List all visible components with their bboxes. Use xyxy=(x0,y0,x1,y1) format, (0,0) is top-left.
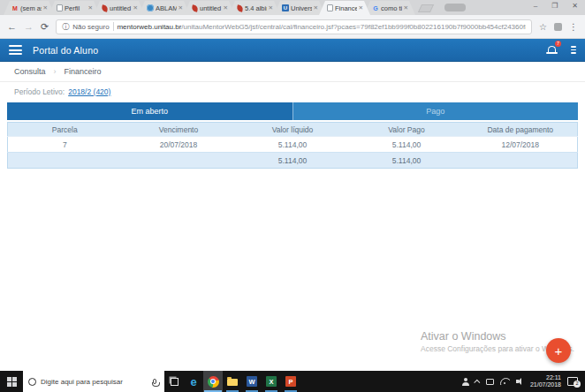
cortana-icon xyxy=(28,378,36,386)
search-placeholder: Digite aqui para pesquisar xyxy=(41,378,148,386)
chevron-right-icon: › xyxy=(54,67,57,76)
powerpoint-icon: P xyxy=(285,376,296,387)
window-controls: – ❐ ✕ xyxy=(534,0,581,12)
wifi-icon[interactable] xyxy=(500,378,510,385)
word-icon: W xyxy=(247,376,257,387)
desktop-screen: M (sem assunt ✕ Perfil ✕ untitled ✕ ABLA… xyxy=(0,0,585,392)
tab-label: (sem assunt xyxy=(20,4,42,12)
browser-tab-untitled-1[interactable]: untitled ✕ xyxy=(94,1,145,15)
browser-tab-albina[interactable]: 5.4 albina.p ✕ xyxy=(229,1,280,15)
clock-time: 22:11 xyxy=(530,374,561,382)
action-center-icon[interactable]: 2 xyxy=(567,377,578,386)
period-link[interactable]: 2018/2 (420) xyxy=(68,87,110,96)
profile-chip[interactable] xyxy=(444,4,466,11)
back-icon[interactable]: ← xyxy=(7,22,17,32)
people-icon[interactable] xyxy=(462,378,469,386)
powerpoint-button[interactable]: P xyxy=(281,371,300,392)
google-icon: G xyxy=(372,4,379,11)
microphone-icon[interactable] xyxy=(153,379,156,384)
chrome-menu-icon[interactable]: ⋮ xyxy=(569,22,578,32)
browser-tab-universidade[interactable]: U Universida ✕ xyxy=(274,1,325,15)
folder-icon xyxy=(227,379,238,386)
tab-label: untitled xyxy=(110,4,132,12)
volume-icon[interactable] xyxy=(516,378,524,385)
taskbar-search-input[interactable]: Digite aqui para pesquisar xyxy=(23,371,164,392)
forward-icon[interactable]: → xyxy=(24,22,34,32)
university-icon: U xyxy=(282,4,289,11)
word-button[interactable]: W xyxy=(242,371,262,392)
quill-icon xyxy=(236,4,244,12)
tab-label: ABLAM – A xyxy=(156,4,177,12)
quill-icon xyxy=(101,4,109,12)
browser-tab-google-search[interactable]: G como tirar ✕ xyxy=(364,1,415,15)
total-valor-pago: 5.114,00 xyxy=(350,153,464,169)
toolbar-right: ☆ ⋮ xyxy=(539,22,578,32)
page-icon xyxy=(57,4,63,11)
tab-close-icon[interactable]: ✕ xyxy=(359,5,363,11)
tab-close-icon[interactable]: ✕ xyxy=(404,5,408,11)
tab-close-icon[interactable]: ✕ xyxy=(179,5,183,11)
url-bar[interactable]: ⓘ Não seguro mentorweb.unitau.br/unitauM… xyxy=(56,19,532,34)
breadcrumb-consulta[interactable]: Consulta xyxy=(14,67,46,76)
new-tab-button[interactable] xyxy=(418,4,434,12)
tab-pago[interactable]: Pago xyxy=(292,102,579,120)
browser-tab-ablam[interactable]: ABLAM – A ✕ xyxy=(139,1,190,15)
bookmark-star-icon[interactable]: ☆ xyxy=(539,22,547,32)
url-path: /unitauMentorWebG5/jsf/central/cal/finan… xyxy=(181,23,526,31)
chevron-up-icon[interactable] xyxy=(474,379,480,385)
cell-valor-pago: 5.114,00 xyxy=(350,137,464,153)
portal-menu-icon[interactable] xyxy=(571,46,576,54)
table-header-row: Parcela Vencimento Valor líquido Valor P… xyxy=(8,123,578,137)
tab-close-icon[interactable]: ✕ xyxy=(43,5,48,11)
file-explorer-button[interactable] xyxy=(223,371,242,392)
browser-tab-gmail[interactable]: M (sem assunt ✕ xyxy=(4,1,55,15)
task-view-button[interactable] xyxy=(164,371,184,392)
tab-label: Universida xyxy=(291,4,312,12)
globe-icon xyxy=(147,4,154,11)
cell-valor-liquido: 5.114,00 xyxy=(236,137,350,153)
browser-tab-financeiro-active[interactable]: Financeiro ✕ xyxy=(319,1,370,15)
refresh-icon[interactable]: ⟳ xyxy=(41,22,49,32)
excel-icon: X xyxy=(266,376,277,387)
taskbar-clock[interactable]: 22:11 21/07/2018 xyxy=(530,374,561,389)
excel-button[interactable]: X xyxy=(262,371,281,392)
total-vencimento xyxy=(122,153,236,169)
hamburger-menu-icon[interactable] xyxy=(9,45,22,55)
task-view-icon xyxy=(171,378,179,386)
tab-label: Perfil xyxy=(65,4,87,12)
notifications-button[interactable]: 7 xyxy=(546,44,558,56)
financial-table: Parcela Vencimento Valor líquido Valor P… xyxy=(7,122,578,169)
extension-icon[interactable] xyxy=(554,23,562,31)
tab-close-icon[interactable]: ✕ xyxy=(133,5,138,11)
browser-tab-untitled-2[interactable]: untitled ✕ xyxy=(184,1,235,15)
breadcrumb-financeiro: Financeiro xyxy=(65,67,102,76)
browser-tabstrip: M (sem assunt ✕ Perfil ✕ untitled ✕ ABLA… xyxy=(0,0,585,15)
browser-tab-perfil[interactable]: Perfil ✕ xyxy=(49,1,100,15)
start-button[interactable] xyxy=(0,371,23,392)
chrome-button[interactable] xyxy=(203,371,223,392)
tab-close-icon[interactable]: ✕ xyxy=(314,5,318,11)
clock-date: 21/07/2018 xyxy=(530,381,561,389)
col-vencimento: Vencimento xyxy=(122,123,236,137)
browser-toolbar: ← → ⟳ ⓘ Não seguro mentorweb.unitau.br/u… xyxy=(0,15,585,39)
chrome-icon xyxy=(208,376,219,388)
edge-button[interactable]: e xyxy=(184,371,203,392)
col-data-pagamento: Data de pagamento xyxy=(464,123,578,137)
info-icon[interactable]: ⓘ xyxy=(62,22,69,32)
minimize-icon[interactable]: – xyxy=(534,3,537,10)
close-icon[interactable]: ✕ xyxy=(572,3,578,10)
tab-close-icon[interactable]: ✕ xyxy=(88,5,93,11)
add-fab-button[interactable]: + xyxy=(546,338,571,363)
security-label: Não seguro xyxy=(72,23,109,31)
display-icon[interactable] xyxy=(486,379,494,385)
windows-logo-icon xyxy=(7,377,17,387)
tab-label: 5.4 albina.p xyxy=(245,4,267,12)
action-center-badge: 2 xyxy=(574,381,581,388)
restore-icon[interactable]: ❐ xyxy=(551,3,558,10)
tab-close-icon[interactable]: ✕ xyxy=(224,5,228,11)
tab-em-aberto[interactable]: Em aberto xyxy=(7,102,292,120)
tab-close-icon[interactable]: ✕ xyxy=(269,5,273,11)
page-icon xyxy=(327,4,333,11)
portal-content: Consulta › Financeiro Período Letivo: 20… xyxy=(0,62,585,371)
period-row: Período Letivo: 2018/2 (420) xyxy=(0,82,585,101)
